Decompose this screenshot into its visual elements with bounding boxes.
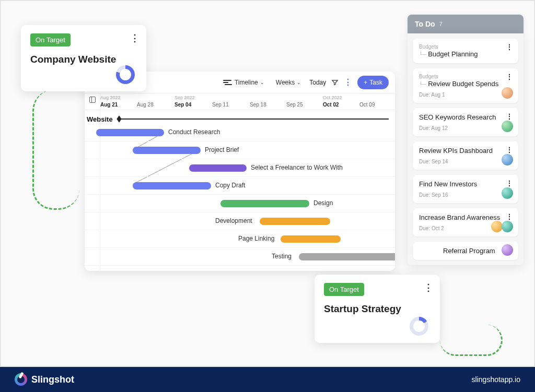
new-task-button[interactable]: +Task (357, 76, 389, 89)
avatar (502, 121, 513, 132)
gantt-row: Project Brief (85, 141, 395, 159)
gantt-bar-label: Testing (272, 253, 292, 260)
task-due: Due: Aug 12 (419, 125, 512, 131)
todo-header: To Do 7 (408, 15, 524, 33)
gantt-bar-label: Copy Draft (215, 182, 245, 189)
gantt-bar[interactable] (260, 218, 330, 225)
more-icon[interactable]: ⋮ (506, 179, 513, 187)
plus-icon: + (364, 79, 367, 86)
chevron-down-icon: ⌄ (260, 80, 264, 85)
timeline-label: Timeline (235, 79, 258, 86)
day-label: Sep 25 (286, 102, 303, 108)
todo-card[interactable]: ⋮SEO Keywords ResearchDue: Aug 12 (413, 108, 518, 136)
weeks-dropdown[interactable]: Weeks ⌄ (273, 77, 304, 88)
day-label: Aug 28 (137, 102, 154, 108)
day-label: Sep 11 (212, 102, 229, 108)
day-label: Aug 21 (100, 102, 118, 108)
connector-line-2 (440, 325, 503, 356)
todo-card[interactable]: ⋮Increase Brand AwarenessDue: Oct 2 (413, 208, 518, 236)
today-button[interactable]: Today (309, 79, 326, 86)
more-icon[interactable]: ⋮ (506, 212, 513, 221)
brand: Slingshot (15, 373, 74, 386)
gantt-bar-label: Project Brief (205, 146, 239, 153)
gantt-bar-label: Conduct Research (168, 128, 220, 136)
gantt-section-title: Website (87, 115, 113, 123)
avatar (502, 87, 513, 99)
day-label: Oct 02 (323, 102, 339, 108)
more-icon[interactable]: ⋮ (506, 73, 513, 81)
todo-card[interactable]: ⋮Budgets└─Budget Planning (413, 39, 518, 63)
gantt-row: Testing (85, 248, 395, 266)
day-label: Sep 18 (250, 102, 266, 108)
footer-url: slingshotapp.io (472, 375, 520, 384)
avatar (502, 244, 513, 256)
more-icon[interactable]: ⋮ (506, 112, 513, 121)
gantt-bar[interactable] (133, 182, 211, 189)
more-icon[interactable]: ⋮ (506, 146, 513, 154)
task-title: └─Review Budget Spends (419, 80, 512, 88)
gantt-bar-label: Design (313, 199, 333, 207)
footer: Slingshot slingshotapp.io (0, 367, 535, 392)
gantt-bar-label: Select a Freelancer to Work With (251, 164, 343, 171)
timeline-dropdown[interactable]: Timeline ⌄ (220, 77, 268, 88)
gantt-row: Design (85, 195, 395, 212)
gantt-bar-label: Page Linking (238, 235, 274, 242)
gantt-bar[interactable] (281, 235, 341, 243)
month-label: Sep 2022 (175, 95, 195, 100)
more-icon[interactable]: ⋮ (506, 43, 513, 51)
todo-title: To Do (415, 20, 435, 28)
avatar (502, 187, 513, 199)
brand-name: Slingshot (31, 374, 74, 385)
avatar (491, 221, 503, 232)
task-title: Review KPIs Dashboard (419, 147, 512, 155)
more-icon[interactable]: ⋮ (130, 32, 139, 44)
month-label: Aug 2022 (100, 95, 121, 100)
gantt-section-line (121, 118, 389, 120)
gantt-row: Page Linking (85, 230, 395, 248)
day-label: Sep 04 (175, 102, 191, 108)
filter-icon[interactable] (331, 79, 339, 86)
todo-count: 7 (439, 21, 443, 27)
gantt-bar[interactable] (189, 164, 247, 172)
task-due: Due: Sep 14 (419, 159, 512, 164)
task-title: Increase Brand Awareness (419, 213, 512, 221)
gantt-bar[interactable] (96, 129, 164, 136)
task-due: Due: Sep 16 (419, 192, 512, 198)
gantt-row: Conduct Research (85, 124, 395, 141)
todo-card[interactable]: ⋮Review KPIs DashboardDue: Sep 14 (413, 141, 518, 170)
gantt-bar[interactable] (299, 253, 395, 260)
project-title: Startup Strategy (324, 303, 431, 315)
task-title: Find New Investors (419, 180, 512, 188)
task-button-label: Task (369, 79, 382, 86)
status-badge: On Target (324, 283, 364, 296)
timeline-icon (223, 80, 232, 85)
connector-line-1 (32, 90, 79, 210)
todo-card[interactable]: ⋮Find New InvestorsDue: Sep 16 (413, 175, 518, 203)
month-label: Oct 2022 (323, 95, 342, 100)
more-icon[interactable]: ⋮ (344, 77, 352, 87)
progress-donut (410, 317, 428, 336)
project-card-company-website[interactable]: On Target ⋮ Company Website (21, 25, 146, 91)
gantt-bar[interactable] (133, 147, 201, 154)
avatar (502, 154, 513, 165)
gantt-bar-label: Development (215, 217, 252, 224)
gantt-row: Copy Draft (85, 177, 395, 195)
status-badge: On Target (30, 33, 71, 46)
task-parent: Budgets (419, 74, 512, 79)
progress-donut (116, 65, 135, 84)
gantt-panel: Timeline ⌄ Weeks ⌄ Today ⋮ +Task Aug 202… (85, 72, 395, 271)
project-title: Company Website (30, 54, 137, 65)
task-title: └─Budget Planning (419, 50, 512, 58)
todo-card[interactable]: ⋮Budgets└─Review Budget SpendsDue: Aug 1 (413, 68, 518, 103)
todo-card[interactable]: ⋮Referral Program (413, 242, 518, 260)
task-parent: Budgets (419, 44, 512, 50)
task-due: Due: Aug 1 (419, 92, 512, 98)
more-icon[interactable]: ⋮ (424, 282, 433, 293)
avatar (502, 221, 513, 232)
chevron-down-icon: ⌄ (297, 80, 301, 85)
gantt-row: Select a Freelancer to Work With (85, 159, 395, 177)
gantt-row: Development (85, 212, 395, 230)
project-card-startup-strategy[interactable]: On Target ⋮ Startup Strategy (315, 275, 440, 343)
timeline-header: Aug 2022 Sep 2022 Oct 2022 Aug 21 Aug 28… (85, 93, 395, 110)
gantt-bar[interactable] (220, 200, 309, 207)
